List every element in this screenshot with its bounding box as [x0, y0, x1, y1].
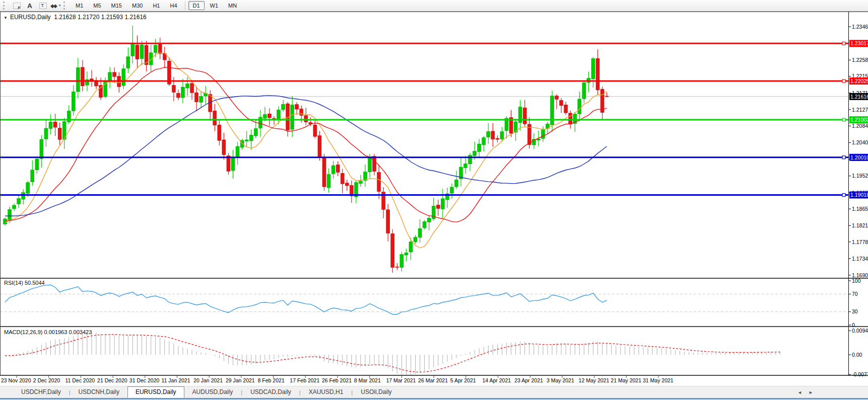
- tab-scroll-right-icon[interactable]: ►: [809, 390, 813, 395]
- svg-text:1.20400: 1.20400: [852, 139, 868, 145]
- svg-text:21 May 2021: 21 May 2021: [611, 377, 641, 383]
- svg-text:29 Jan 2021: 29 Jan 2021: [226, 377, 255, 383]
- svg-text:0.009478: 0.009478: [852, 328, 868, 334]
- svg-text:26 Mar 2021: 26 Mar 2021: [418, 377, 448, 383]
- svg-text:0.00: 0.00: [852, 352, 862, 358]
- svg-text:2 Dec 2020: 2 Dec 2020: [33, 377, 60, 383]
- font-tool-icon[interactable]: A: [24, 1, 36, 11]
- svg-text:1.19018: 1.19018: [850, 192, 868, 198]
- svg-text:26 Feb 2021: 26 Feb 2021: [322, 377, 352, 383]
- chart-svg[interactable]: 1.234601.225801.221501.217101.212701.208…: [0, 12, 868, 386]
- svg-text:1.21270: 1.21270: [852, 107, 868, 113]
- svg-text:20 Jan 2021: 20 Jan 2021: [193, 377, 223, 383]
- svg-text:11 Dec 2020: 11 Dec 2020: [65, 377, 95, 383]
- svg-text:23 Apr 2021: 23 Apr 2021: [514, 377, 543, 383]
- svg-text:1.22580: 1.22580: [852, 57, 868, 63]
- svg-text:8 Feb 2021: 8 Feb 2021: [258, 377, 285, 383]
- timeframe-button-M30[interactable]: M30: [127, 1, 147, 10]
- svg-text:31 Dec 2020: 31 Dec 2020: [129, 377, 160, 383]
- timeframe-button-M5[interactable]: M5: [89, 1, 105, 10]
- tab-scroll-left-icon[interactable]: ◄: [797, 390, 802, 395]
- chart-title: ▼EURUSD,Daily 1.21628 1.21720 1.21593 1.…: [4, 14, 147, 21]
- svg-text:14 Apr 2021: 14 Apr 2021: [483, 377, 511, 383]
- svg-text:11 Jan 2021: 11 Jan 2021: [162, 377, 190, 383]
- tab-USDCNH-Daily[interactable]: USDCNH,Daily: [71, 386, 127, 398]
- timeframe-button-M1[interactable]: M1: [71, 1, 88, 10]
- text-label-tool-icon[interactable]: T: [37, 1, 49, 11]
- svg-text:1.22025: 1.22025: [850, 78, 868, 84]
- macd-indicator-label: MACD(12,26,9) 0.001963 0.003423: [4, 329, 92, 335]
- svg-text:5 Apr 2021: 5 Apr 2021: [450, 377, 476, 383]
- svg-text:12 May 2021: 12 May 2021: [579, 377, 610, 383]
- chart-tab-bar: USDCHF,Daily|USDCNH,DailyEURUSD,DailyAUD…: [0, 386, 868, 398]
- timeframe-button-M15[interactable]: M15: [107, 1, 126, 10]
- svg-text:70: 70: [852, 291, 858, 297]
- collapse-arrow-icon[interactable]: ▼: [4, 16, 8, 20]
- tab-AUDUSD-Daily[interactable]: AUDUSD,Daily: [184, 386, 241, 398]
- svg-text:100: 100: [852, 278, 861, 284]
- tab-XAUUSD-H1[interactable]: XAUUSD,H1: [301, 386, 352, 398]
- svg-text:1.21002: 1.21002: [850, 117, 868, 123]
- tab-USDCAD-Daily[interactable]: USDCAD,Daily: [242, 386, 299, 398]
- svg-text:23 Nov 2020: 23 Nov 2020: [1, 377, 31, 383]
- svg-text:3 May 2021: 3 May 2021: [547, 377, 574, 383]
- toolbar-grip[interactable]: [63, 2, 67, 10]
- toolbar: FAT◆◆▼M1M5M15M30H1H4D1W1MN: [0, 0, 868, 12]
- svg-text:1.18210: 1.18210: [852, 222, 868, 228]
- window-bottom-edge: [0, 398, 868, 399]
- svg-text:1.17340: 1.17340: [852, 256, 868, 262]
- timeframe-button-H1[interactable]: H1: [148, 1, 164, 10]
- tab-USOil-Daily[interactable]: USOil,Daily: [353, 386, 399, 398]
- svg-text:1.18650: 1.18650: [852, 206, 868, 212]
- svg-text:1.21616: 1.21616: [850, 94, 868, 100]
- svg-text:30: 30: [852, 308, 858, 314]
- chart-title-text: EURUSD,Daily 1.21628 1.21720 1.21593 1.2…: [10, 14, 147, 21]
- rsi-indicator-label: RSI(14) 50.5044: [4, 280, 45, 286]
- timeframe-button-H4[interactable]: H4: [165, 1, 181, 10]
- timeframe-button-D1[interactable]: D1: [188, 1, 205, 10]
- chart-canvas[interactable]: ▼EURUSD,Daily 1.21628 1.21720 1.21593 1.…: [0, 12, 868, 386]
- svg-text:1.17780: 1.17780: [852, 239, 868, 245]
- svg-text:1.23017: 1.23017: [850, 40, 868, 46]
- svg-text:-0.00777: -0.00777: [852, 371, 868, 377]
- shapes-tool-icon[interactable]: ◆◆▼: [50, 1, 62, 11]
- tab-EURUSD-Daily[interactable]: EURUSD,Daily: [127, 386, 184, 398]
- toolbar-separator: [185, 1, 185, 10]
- svg-text:31 May 2021: 31 May 2021: [643, 377, 674, 383]
- frame-grid-tool-icon[interactable]: F: [11, 1, 23, 11]
- svg-text:1.20010: 1.20010: [850, 154, 868, 161]
- timeframe-button-MN[interactable]: MN: [224, 1, 241, 10]
- svg-text:1.23460: 1.23460: [852, 24, 868, 30]
- svg-text:1.19520: 1.19520: [852, 173, 868, 179]
- svg-text:17 Mar 2021: 17 Mar 2021: [386, 377, 416, 383]
- timeframe-button-W1[interactable]: W1: [206, 1, 223, 10]
- svg-text:17 Feb 2021: 17 Feb 2021: [290, 377, 319, 383]
- svg-text:1.20840: 1.20840: [852, 123, 868, 129]
- toolbar-grip[interactable]: [3, 2, 7, 10]
- svg-text:8 Mar 2021: 8 Mar 2021: [354, 377, 381, 383]
- tab-USDCHF-Daily[interactable]: USDCHF,Daily: [13, 386, 69, 398]
- svg-text:21 Dec 2020: 21 Dec 2020: [97, 377, 127, 383]
